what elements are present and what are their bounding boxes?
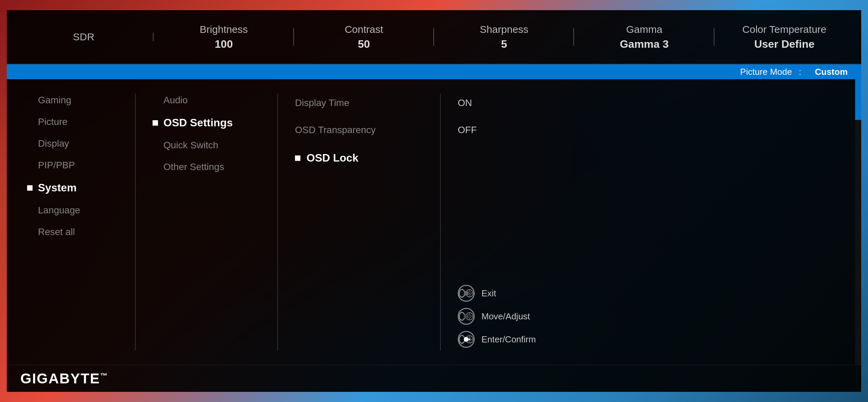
menu-item-picture[interactable]: Picture [27,111,136,133]
topbar-contrast-label: Contrast [345,22,383,37]
exit-icon [458,285,475,302]
enter-confirm-label: Enter/Confirm [481,334,536,345]
setting-row-osd-transparency[interactable]: OSD Transparency [295,117,441,144]
gaming-bullet-placeholder [27,98,33,103]
svg-point-16 [469,338,470,340]
sub-menu-column: Audio OSD Settings Quick Switch Other Se… [136,79,278,365]
topbar-sdr[interactable]: SDR [14,30,154,44]
topbar-gamma-label: Gamma [626,22,663,37]
menu-item-quick-switch[interactable]: Quick Switch [153,134,278,156]
topbar-gamma[interactable]: Gamma Gamma 3 [574,22,714,52]
osd-settings-bullet [153,120,158,126]
setting-row-osd-lock[interactable]: OSD Lock [295,144,441,172]
pip-bullet-placeholder [27,163,33,168]
control-enter-confirm[interactable]: Enter/Confirm [458,331,536,348]
menu-item-display[interactable]: Display [27,133,136,154]
picture-mode-value: Custom [815,67,848,77]
menu-reset-label: Reset all [38,227,75,237]
topbar-brightness[interactable]: Brightness 100 [154,22,294,52]
settings-list-column: Display Time OSD Transparency OSD Lock [278,79,441,365]
brand-name: GIGABYTE™ [20,371,108,386]
reset-bullet-placeholder [27,229,33,235]
scrollbar-thumb[interactable] [855,79,861,120]
control-move-adjust[interactable]: Move/Adjust [458,308,530,325]
audio-bullet-placeholder [153,98,158,103]
topbar-sdr-label: SDR [73,30,94,44]
picture-mode-bar: Picture Mode : Custom [7,64,861,79]
enter-confirm-icon [458,331,475,348]
scrollbar-track[interactable] [855,79,861,365]
setting-row-display-time[interactable]: Display Time [295,89,441,117]
bottom-bar: GIGABYTE™ [7,365,861,392]
menu-item-other-settings[interactable]: Other Settings [153,156,278,178]
svg-point-9 [469,316,470,317]
menu-picture-label: Picture [38,117,67,127]
menu-item-pip-pbp[interactable]: PIP/PBP [27,154,136,176]
topbar-color-temp-value: User Define [754,37,814,52]
sub-quick-switch-label: Quick Switch [163,140,218,151]
menu-system-label: System [38,182,77,194]
picture-mode-colon: : [799,67,801,77]
menu-gaming-label: Gaming [38,95,71,106]
osd-container: SDR Brightness 100 Contrast 50 Sharpness… [7,10,861,392]
display-bullet-placeholder [27,141,33,146]
main-menu-column: Gaming Picture Display PIP/PBP System La… [7,79,136,365]
menu-item-osd-settings[interactable]: OSD Settings [153,111,278,134]
menu-item-reset-all[interactable]: Reset all [27,221,136,243]
topbar-contrast-value: 50 [358,37,370,52]
menu-item-gaming[interactable]: Gaming [27,89,136,111]
svg-point-2 [469,293,470,294]
menu-pip-label: PIP/PBP [38,160,75,171]
exit-label: Exit [481,288,496,299]
topbar-contrast[interactable]: Contrast 50 [294,22,434,52]
values-column: ON OFF [441,79,861,365]
menu-item-system[interactable]: System [27,176,136,199]
control-exit[interactable]: Exit [458,285,496,302]
brand-name-text: GIGABYTE [20,371,100,386]
topbar-color-temp[interactable]: Color Temperature User Define [714,22,854,52]
osd-lock-bullet [295,155,300,161]
value-row-on[interactable]: ON [458,89,861,117]
brand-tm: ™ [100,372,108,380]
top-bar: SDR Brightness 100 Contrast 50 Sharpness… [7,10,861,64]
move-adjust-label: Move/Adjust [481,311,530,322]
brand: GIGABYTE™ [20,371,108,387]
osd-lock-label: OSD Lock [307,146,358,170]
topbar-sharpness[interactable]: Sharpness 5 [434,22,574,52]
display-time-label: Display Time [295,92,349,114]
picture-mode-label: Picture Mode [740,67,792,77]
values-section: ON OFF [458,89,861,144]
topbar-color-temp-label: Color Temperature [742,22,826,37]
value-on: ON [458,92,472,114]
menu-display-label: Display [38,138,69,149]
main-content: Gaming Picture Display PIP/PBP System La… [7,79,861,365]
system-bullet [27,185,33,191]
value-off: OFF [458,119,477,141]
topbar-gamma-value: Gamma 3 [620,37,669,52]
topbar-sharpness-label: Sharpness [480,22,528,37]
other-settings-bullet-placeholder [153,164,158,170]
osd-transparency-label: OSD Transparency [295,119,376,141]
sub-audio-label: Audio [163,95,188,106]
value-row-off[interactable]: OFF [458,117,861,144]
controls-section: Exit Move/Adjust [458,285,861,355]
sub-osd-settings-label: OSD Settings [163,117,233,129]
picture-bullet-placeholder [27,119,33,125]
topbar-brightness-value: 100 [215,37,233,52]
menu-item-audio[interactable]: Audio [153,89,278,111]
sub-other-settings-label: Other Settings [163,162,224,172]
menu-language-label: Language [38,205,80,216]
topbar-brightness-label: Brightness [200,22,248,37]
quick-switch-bullet-placeholder [153,143,158,148]
menu-item-language[interactable]: Language [27,199,136,221]
move-adjust-icon [458,308,475,325]
language-bullet-placeholder [27,208,33,213]
topbar-sharpness-value: 5 [501,37,507,52]
